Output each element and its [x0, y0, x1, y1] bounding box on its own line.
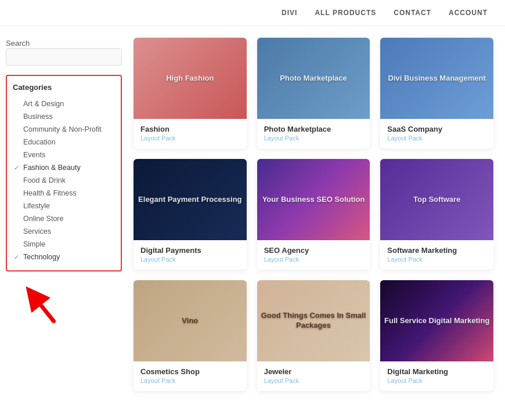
nav-contact[interactable]: CONTACT [394, 9, 431, 17]
category-community[interactable]: Community & Non-Profit [13, 123, 115, 136]
category-technology[interactable]: ✓ Technology [13, 251, 115, 263]
card-info: Cosmetics Shop Layout Pack [134, 361, 247, 391]
category-label: Art & Design [23, 100, 114, 108]
card-mock-text: Full Service Digital Marketing [384, 316, 489, 326]
product-card-jeweler[interactable]: Good Things Comes In Small Packages Jewe… [257, 280, 370, 391]
card-info: Digital Payments Layout Pack [134, 240, 247, 270]
card-title: SEO Agency [264, 246, 363, 255]
category-label: Fashion & Beauty [23, 164, 114, 172]
card-mock-text: Elegant Payment Processing [138, 195, 241, 205]
card-subtitle: Layout Pack [387, 377, 486, 384]
card-title: Software Marketing [387, 246, 486, 255]
card-title: Cosmetics Shop [140, 367, 240, 376]
card-title: Photo Marketplace [264, 125, 363, 133]
svg-line-1 [34, 296, 54, 321]
card-info: SEO Agency Layout Pack [257, 240, 370, 270]
card-title: Digital Marketing [387, 367, 486, 376]
check-icon-technology: ✓ [14, 254, 23, 261]
product-card-cosmetics[interactable]: Vino Cosmetics Shop Layout Pack [134, 280, 247, 391]
category-label: Food & Drink [23, 176, 114, 184]
products-grid: High Fashion Fashion Layout Pack Photo M… [134, 38, 493, 391]
header: DIVI ALL PRODUCTS CONTACT ACCOUNT [0, 0, 505, 26]
category-online-store[interactable]: Online Store [13, 212, 115, 225]
category-label: Education [23, 138, 114, 146]
category-lifestyle[interactable]: Lifestyle [13, 200, 115, 212]
category-label: Lifestyle [23, 202, 114, 210]
card-subtitle: Layout Pack [387, 256, 486, 263]
product-card-payments[interactable]: Elegant Payment Processing Digital Payme… [134, 159, 247, 270]
category-simple[interactable]: Simple [13, 238, 115, 251]
check-icon-fashion: ✓ [14, 164, 23, 172]
category-label: Online Store [23, 215, 114, 223]
card-info: Digital Marketing Layout Pack [380, 361, 493, 391]
card-info: Fashion Layout Pack [134, 119, 247, 149]
card-info: Software Marketing Layout Pack [380, 240, 493, 270]
card-mock-text: High Fashion [166, 74, 214, 84]
categories-box: Categories Art & Design Business Communi… [6, 75, 122, 271]
card-subtitle: Layout Pack [387, 135, 486, 142]
category-art-design[interactable]: Art & Design [13, 97, 115, 110]
category-label: Events [23, 151, 114, 159]
card-subtitle: Layout Pack [264, 377, 363, 384]
category-food-drink[interactable]: Food & Drink [13, 174, 115, 187]
category-fashion-beauty[interactable]: ✓ Fashion & Beauty [13, 161, 115, 174]
product-card-software[interactable]: Top Software Software Marketing Layout P… [380, 159, 493, 270]
category-business[interactable]: Business [13, 110, 115, 123]
nav-divi[interactable]: DIVI [282, 9, 297, 17]
card-title: SaaS Company [387, 125, 486, 133]
card-subtitle: Layout Pack [140, 256, 240, 263]
card-subtitle: Layout Pack [140, 377, 240, 384]
card-mock-text: Top Software [413, 195, 460, 205]
card-mock-text: Vino [182, 316, 198, 326]
card-subtitle: Layout Pack [264, 256, 363, 263]
category-label: Simple [23, 240, 114, 248]
card-subtitle: Layout Pack [140, 135, 240, 142]
category-label: Health & Fitness [23, 189, 114, 197]
product-card-digital-marketing[interactable]: Full Service Digital Marketing Digital M… [380, 280, 493, 391]
card-mock-text: Your Business SEO Solution [262, 195, 365, 205]
category-events[interactable]: Events [13, 149, 115, 161]
category-label: Services [23, 227, 114, 236]
category-education[interactable]: Education [13, 136, 115, 149]
nav-all-products[interactable]: ALL PRODUCTS [315, 9, 376, 17]
category-services[interactable]: Services [13, 225, 115, 238]
product-card-photo[interactable]: Photo Marketplace Photo Marketplace Layo… [257, 38, 370, 149]
card-mock-text: Photo Marketplace [280, 74, 347, 84]
category-label: Community & Non-Profit [23, 125, 114, 133]
card-mock-text: Divi Business Management [388, 74, 486, 84]
card-title: Jeweler [264, 367, 363, 376]
card-title: Digital Payments [140, 246, 240, 255]
card-title: Fashion [140, 125, 240, 133]
card-subtitle: Layout Pack [264, 135, 363, 142]
search-input[interactable] [6, 48, 122, 66]
category-label: Technology [23, 253, 114, 261]
product-card-seo[interactable]: Your Business SEO Solution SEO Agency La… [257, 159, 370, 270]
category-label: Business [23, 113, 114, 121]
product-card-fashion[interactable]: High Fashion Fashion Layout Pack [134, 38, 247, 149]
sidebar: Search Categories Art & Design Business … [6, 38, 122, 391]
search-label: Search [6, 39, 30, 48]
card-mock-text: Good Things Comes In Small Packages [257, 311, 370, 331]
card-info: Photo Marketplace Layout Pack [257, 119, 370, 149]
category-health-fitness[interactable]: Health & Fitness [13, 187, 115, 200]
arrow-icon [23, 283, 64, 324]
arrow-annotation [6, 283, 122, 324]
card-info: SaaS Company Layout Pack [380, 119, 493, 149]
categories-title: Categories [13, 83, 115, 92]
page-body: Search Categories Art & Design Business … [0, 26, 505, 403]
main-nav: DIVI ALL PRODUCTS CONTACT ACCOUNT [282, 9, 488, 17]
product-card-saas[interactable]: Divi Business Management SaaS Company La… [380, 38, 493, 149]
nav-account[interactable]: ACCOUNT [449, 9, 488, 17]
card-info: Jeweler Layout Pack [257, 361, 370, 391]
